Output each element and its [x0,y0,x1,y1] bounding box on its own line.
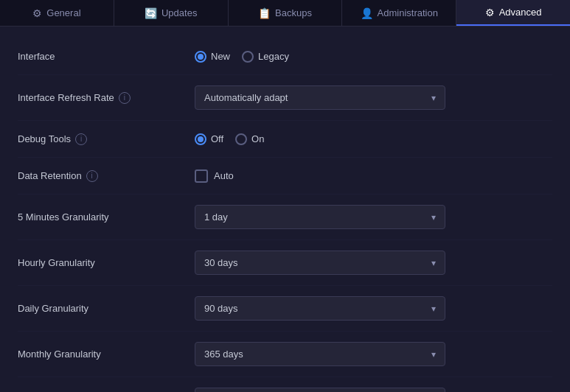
backups-icon: 📋 [258,7,271,19]
interface-control: New Legacy [195,51,552,63]
tab-bar: ⚙ General 🔄 Updates 📋 Backups 👤 Administ… [0,0,570,27]
tab-general[interactable]: ⚙ General [0,0,114,26]
refresh-rate-control: Automatically adapt ▾ [195,85,552,110]
five-min-granularity-control: 1 day ▾ [195,205,552,229]
tab-backups-label: Backups [275,7,312,18]
hourly-granularity-control: 30 days ▾ [195,251,552,275]
refresh-rate-label: Interface Refresh Rate i [18,92,195,104]
interface-legacy-option[interactable]: Legacy [242,51,289,63]
refresh-rate-dropdown[interactable]: Automatically adapt ▾ [195,85,445,110]
data-retention-control: Auto [195,169,552,183]
non-time-series-control: 90 days ▾ [195,388,552,392]
non-time-series-row: Non-time series i 90 days ▾ [18,377,552,392]
interface-legacy-label: Legacy [258,51,289,62]
refresh-rate-info-icon[interactable]: i [119,92,131,104]
debug-tools-label: Debug Tools i [18,133,195,145]
tab-updates-label: Updates [161,7,197,18]
data-retention-info-icon[interactable]: i [86,170,98,182]
data-retention-row: Data Retention i Auto [18,158,552,195]
advanced-icon: ⚙ [485,7,495,18]
debug-on-label: On [251,133,264,144]
debug-tools-control: Off On [195,133,552,145]
debug-off-label: Off [211,133,223,144]
debug-on-option[interactable]: On [235,133,264,145]
tab-updates[interactable]: 🔄 Updates [114,0,229,26]
monthly-granularity-control: 365 days ▾ [195,342,552,366]
tab-backups[interactable]: 📋 Backups [229,0,343,26]
tab-general-label: General [46,7,80,18]
data-retention-auto-label: Auto [214,170,234,181]
interface-new-label: New [211,51,230,62]
interface-row: Interface New Legacy [18,38,552,75]
debug-tools-info-icon[interactable]: i [75,133,87,145]
tab-administration-label: Administration [378,7,438,18]
five-min-granularity-dropdown[interactable]: 1 day ▾ [195,205,445,229]
daily-granularity-dropdown[interactable]: 90 days ▾ [195,296,445,321]
data-retention-checkbox[interactable] [195,169,208,183]
debug-on-radio[interactable] [235,133,247,145]
daily-granularity-label: Daily Granularity [18,303,195,314]
five-min-chevron-icon: ▾ [431,212,436,223]
monthly-granularity-dropdown[interactable]: 365 days ▾ [195,342,445,366]
data-retention-label: Data Retention i [18,170,195,182]
updates-icon: 🔄 [145,7,157,19]
five-min-granularity-label: 5 Minutes Granularity [18,211,195,223]
daily-granularity-row: Daily Granularity 90 days ▾ [18,286,552,332]
monthly-granularity-row: Monthly Granularity 365 days ▾ [18,332,552,377]
debug-tools-row: Debug Tools i Off On [18,121,552,158]
hourly-granularity-row: Hourly Granularity 30 days ▾ [18,240,552,286]
hourly-granularity-dropdown[interactable]: 30 days ▾ [195,251,445,275]
five-min-granularity-row: 5 Minutes Granularity 1 day ▾ [18,195,552,240]
general-icon: ⚙ [32,7,42,19]
tab-advanced-label: Advanced [499,7,542,18]
debug-off-radio[interactable] [195,133,206,145]
debug-off-option[interactable]: Off [195,133,223,145]
tab-administration[interactable]: 👤 Administration [342,0,456,26]
daily-chevron-icon: ▾ [431,304,436,314]
refresh-rate-chevron-icon: ▾ [431,93,436,103]
interface-new-option[interactable]: New [195,51,230,63]
settings-content: Interface New Legacy Interface Refresh R… [0,27,570,392]
tab-advanced[interactable]: ⚙ Advanced [456,0,570,26]
admin-icon: 👤 [361,7,373,19]
interface-new-radio[interactable] [195,51,206,63]
data-retention-auto-option[interactable]: Auto [195,169,234,183]
monthly-chevron-icon: ▾ [431,349,436,360]
interface-legacy-radio[interactable] [242,51,254,63]
monthly-granularity-label: Monthly Granularity [18,349,195,360]
hourly-granularity-label: Hourly Granularity [18,257,195,268]
interface-label: Interface [18,51,195,62]
non-time-series-dropdown[interactable]: 90 days ▾ [195,388,445,392]
refresh-rate-row: Interface Refresh Rate i Automatically a… [18,75,552,121]
hourly-chevron-icon: ▾ [431,258,436,268]
daily-granularity-control: 90 days ▾ [195,296,552,321]
